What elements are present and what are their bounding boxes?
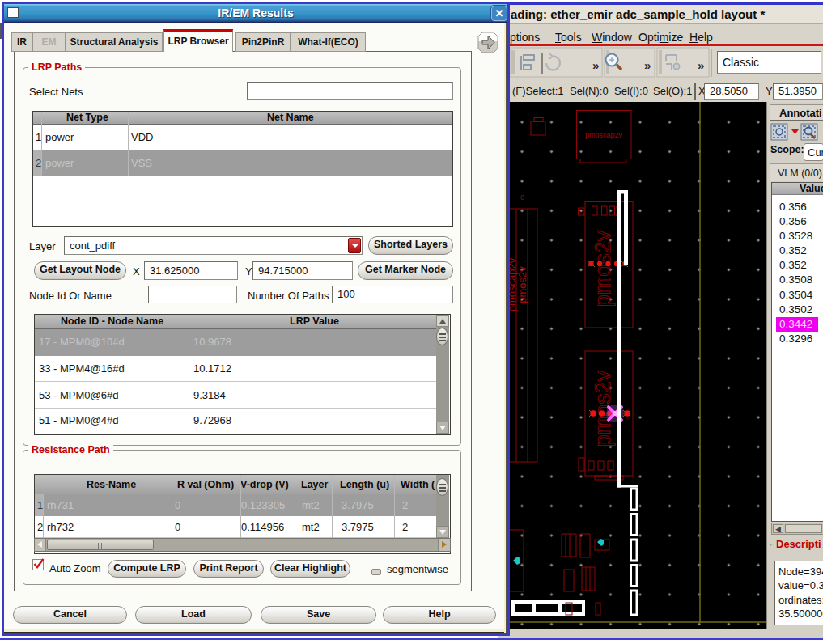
- svg-text:»: »: [592, 58, 599, 72]
- svg-text:pmos2v: pmos2v: [591, 230, 615, 307]
- svg-text:»: »: [698, 58, 704, 72]
- svg-text:pmoscap2v: pmoscap2v: [585, 131, 623, 139]
- svg-text:»: »: [644, 58, 651, 72]
- svg-text:pmos2v: pmos2v: [516, 266, 528, 303]
- svg-text:0: 0: [520, 193, 524, 201]
